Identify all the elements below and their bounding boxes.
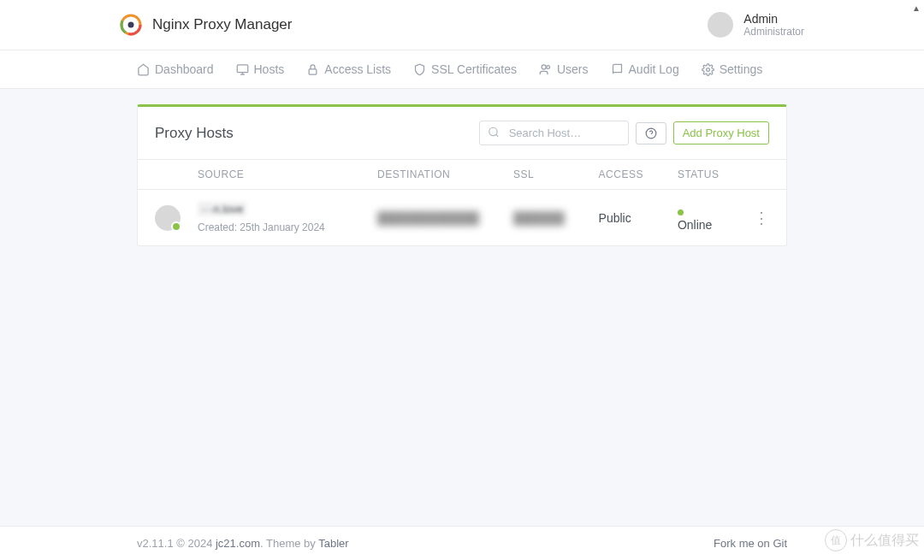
proxy-hosts-card: Proxy Hosts Add Proxy Host SOURCE (137, 104, 787, 246)
app-logo-icon (120, 14, 142, 36)
row-menu-button[interactable]: ⋮ (754, 209, 769, 227)
svg-point-10 (706, 68, 709, 71)
help-button[interactable] (636, 122, 666, 144)
nav-hosts[interactable]: Hosts (236, 50, 285, 88)
nav-label: Settings (720, 62, 763, 76)
lock-icon (306, 63, 319, 76)
user-name: Admin (743, 12, 804, 26)
monitor-icon (236, 63, 249, 76)
svg-line-12 (495, 134, 498, 137)
status-dot-icon (678, 209, 684, 215)
hosts-table: SOURCE DESTINATION SSL ACCESS STATUS ···… (138, 159, 786, 245)
row-avatar-icon (155, 205, 181, 231)
main-nav: Dashboard Hosts Access Lists SSL Certifi… (0, 50, 924, 89)
shield-icon (413, 63, 426, 76)
nav-users[interactable]: Users (539, 50, 589, 88)
ssl-value: ██████ (513, 211, 565, 225)
destination-value: ████████████ (377, 211, 479, 225)
th-ssl: SSL (496, 160, 582, 190)
th-access: ACCESS (582, 160, 660, 190)
user-avatar-icon (708, 12, 733, 38)
search-input[interactable] (479, 121, 629, 145)
gear-icon (702, 63, 714, 76)
th-source: SOURCE (181, 160, 360, 190)
status-value: Online (678, 218, 712, 232)
svg-point-3 (128, 22, 134, 28)
scroll-up-indicator: ▲ (912, 3, 921, 13)
nav-label: Access Lists (324, 62, 391, 76)
search-icon (488, 126, 500, 140)
nav-settings[interactable]: Settings (702, 50, 763, 88)
svg-point-11 (489, 127, 496, 135)
brand[interactable]: Nginx Proxy Manager (120, 14, 292, 36)
add-proxy-host-button[interactable]: Add Proxy Host (673, 121, 769, 144)
th-status: STATUS (660, 160, 737, 190)
th-destination: DESTINATION (360, 160, 496, 190)
nav-audit[interactable]: Audit Log (611, 50, 679, 88)
header: Nginx Proxy Manager Admin Administrator (0, 0, 924, 50)
svg-rect-7 (309, 68, 317, 74)
nav-dashboard[interactable]: Dashboard (137, 50, 214, 88)
nav-label: Audit Log (629, 62, 679, 76)
page-title: Proxy Hosts (155, 125, 234, 142)
nav-label: SSL Certificates (431, 62, 517, 76)
home-icon (137, 63, 150, 76)
source-created: Created: 25th January 2024 (198, 221, 343, 233)
user-role: Administrator (743, 26, 804, 38)
app-title: Nginx Proxy Manager (152, 16, 292, 33)
help-icon (645, 127, 657, 139)
book-icon (611, 63, 624, 76)
nav-label: Hosts (254, 62, 285, 76)
access-value: Public (599, 211, 631, 225)
table-row[interactable]: ····n.love Created: 25th January 2024 ██… (138, 190, 786, 246)
user-menu[interactable]: Admin Administrator (708, 12, 804, 38)
source-domain: ····n.love (198, 202, 246, 216)
svg-rect-4 (237, 64, 248, 72)
nav-access-lists[interactable]: Access Lists (306, 50, 391, 88)
nav-label: Users (557, 62, 589, 76)
nav-label: Dashboard (155, 62, 214, 76)
svg-point-9 (547, 65, 550, 68)
users-icon (539, 63, 552, 76)
svg-point-8 (542, 64, 546, 68)
nav-ssl[interactable]: SSL Certificates (413, 50, 517, 88)
